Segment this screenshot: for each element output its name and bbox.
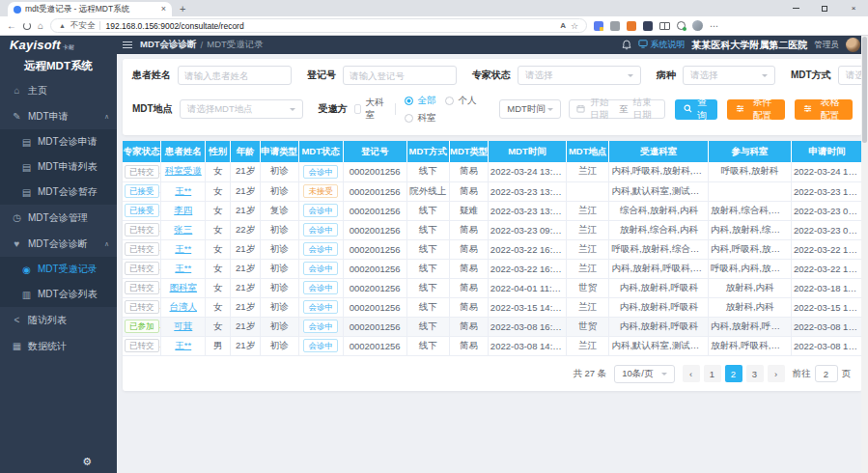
refresh-button[interactable] <box>23 22 31 30</box>
table-row[interactable]: 已转交科室受邀女21岁初诊会诊中0002001256线下简易2022-03-24… <box>123 162 862 181</box>
cell-apply-time: 2022-03-18 11:28:25 <box>791 278 862 297</box>
page-button[interactable]: 1 <box>704 365 721 382</box>
gear-icon[interactable]: ⚙ <box>82 456 92 468</box>
table-row[interactable]: 已接受王**女21岁初诊未接受0002001256院外线上简易2022-03-2… <box>123 181 862 201</box>
table-row[interactable]: 已转交台湾人女21岁初诊会诊中0002001256线下简易2022-03-15 … <box>123 297 862 317</box>
browser-home-button[interactable]: ⌂ <box>38 21 43 31</box>
sidebar-item-home[interactable]: ⌂ 主页 <box>0 77 117 103</box>
table-row[interactable]: 已转交王**女21岁初诊会诊中0002001256线下简易2022-03-22 … <box>123 259 862 278</box>
patient-name-input[interactable] <box>178 66 292 85</box>
record-icon: ◉ <box>21 264 32 275</box>
big-dept-checkbox-label[interactable]: 大科室 <box>365 97 384 122</box>
patient-link[interactable]: 图科室 <box>170 282 198 292</box>
mdt-place-select[interactable]: 请选择MDT地点 <box>180 99 303 119</box>
radio-option[interactable]: 全部 <box>405 95 435 107</box>
sidebar-item-statistics[interactable]: ▦ 数据统计 <box>0 333 117 359</box>
browser-more-menu-icon[interactable]: ⋯ <box>710 21 718 31</box>
window-close-button[interactable]: × <box>839 0 868 16</box>
tab-close-icon[interactable]: × <box>161 5 166 14</box>
system-help-link[interactable]: 系统说明 <box>638 39 686 51</box>
date-end-placeholder: 结束日期 <box>633 97 658 122</box>
sidebar-item-label: MDT会诊申请 <box>38 135 98 149</box>
clock-icon: ◷ <box>12 212 22 223</box>
patient-link[interactable]: 王** <box>175 243 191 254</box>
patient-link[interactable]: 张三 <box>174 224 192 235</box>
chevron-down-icon <box>547 108 553 114</box>
new-tab-button[interactable]: + <box>180 3 185 14</box>
cell-apply-type: 初诊 <box>260 297 298 317</box>
patient-link[interactable]: 李四 <box>174 205 192 215</box>
patient-link[interactable]: 科室受邀 <box>165 165 202 176</box>
table-row[interactable]: 已参加可萁女21岁初诊会诊中0002001256线下简易2022-03-08 1… <box>123 317 862 336</box>
goto-label: 前往 <box>793 368 811 380</box>
table-row[interactable]: 已转交张三女22岁初诊会诊中0002001256线下简易2022-03-23 0… <box>123 220 862 239</box>
page-button[interactable]: 2 <box>725 365 742 382</box>
sidebar-item-mdt-consult-list[interactable]: ▥ MDT会诊列表 <box>0 282 117 307</box>
sidebar-item-mdt-diagnose[interactable]: ♥ MDT会诊诊断 ∧ <box>0 231 117 257</box>
table-row[interactable]: 已转交王**女21岁初诊会诊中0002001256线下简易2022-03-22 … <box>123 239 862 259</box>
browser-profile-icon[interactable] <box>692 20 703 31</box>
read-aloud-icon[interactable]: A <box>560 21 566 30</box>
mdt-mode-label: MDT方式 <box>791 69 831 82</box>
user-avatar[interactable] <box>846 38 860 52</box>
date-range-picker[interactable]: 开始日期 至 结束日期 <box>569 99 665 119</box>
browser-tab[interactable]: mdt受邀记录 - 远程MDT系统 × <box>8 2 172 16</box>
sidebar-item-mdt-consult-draft[interactable]: ▤ MDT会诊暂存 <box>0 180 117 205</box>
browser-sync-icon[interactable] <box>677 21 686 30</box>
patient-link[interactable]: 王** <box>175 340 191 350</box>
page-size-select[interactable]: 10条/页 <box>614 365 674 383</box>
page-scrollbar[interactable] <box>861 36 868 473</box>
split-screen-icon[interactable] <box>659 22 670 30</box>
extension-icon[interactable] <box>594 21 603 31</box>
chevron-down-icon <box>661 373 667 378</box>
table-row[interactable]: 已转交图科室女21岁初诊会诊中0002001256线下简易2022-04-01 … <box>123 278 862 297</box>
cell-expert-status: 已转交 <box>123 278 161 297</box>
sidebar-item-mdt-manage[interactable]: ◷ MDT会诊管理 <box>0 205 117 231</box>
patient-link[interactable]: 台湾人 <box>170 301 198 312</box>
back-button[interactable]: ← <box>7 21 16 31</box>
search-button[interactable]: 查询 <box>675 99 717 120</box>
sidebar-collapse-icon[interactable] <box>123 40 132 51</box>
patient-link[interactable]: 王** <box>175 263 191 273</box>
divider <box>395 103 396 115</box>
condition-config-label: 条件配置 <box>748 96 776 123</box>
radio-option[interactable]: 科室 <box>405 112 435 125</box>
extension-icon[interactable] <box>643 21 653 31</box>
expert-status-select[interactable]: 请选择 <box>518 66 641 85</box>
extension-icon[interactable] <box>610 21 620 31</box>
cell-mdt-time: 2022-03-22 16:50:00 <box>488 259 566 278</box>
table-row[interactable]: 已接受李四女21岁复诊会诊中0002001256线下疑难2022-03-23 1… <box>123 201 862 220</box>
condition-config-button[interactable]: 条件配置 <box>727 99 785 120</box>
time-type-select[interactable]: MDT时间 <box>499 99 561 119</box>
url-field[interactable]: ▲ 不安全 192.168.0.156:9002/consultate/reco… <box>50 18 587 33</box>
status-badge: 会诊中 <box>303 300 338 314</box>
prev-page-button[interactable]: ‹ <box>683 365 700 382</box>
bell-icon[interactable] <box>622 37 631 54</box>
next-page-button[interactable]: › <box>768 365 785 382</box>
sidebar-item-mdt-apply-list[interactable]: ▤ MDT申请列表 <box>0 154 117 180</box>
goto-suffix: 页 <box>842 368 852 380</box>
window-maximize-button[interactable] <box>810 0 839 16</box>
cell-mdt-mode: 线下 <box>406 259 449 278</box>
status-badge: 已转交 <box>125 300 159 314</box>
goto-page-input[interactable] <box>815 365 838 382</box>
patient-link[interactable]: 王** <box>175 185 191 196</box>
disease-select[interactable]: 请选择 <box>683 66 775 85</box>
extension-icon[interactable] <box>627 21 636 31</box>
scrollbar-thumb[interactable] <box>862 37 867 143</box>
patient-link[interactable]: 可萁 <box>174 320 192 331</box>
table-row[interactable]: 已转交王**男21岁初诊会诊中0002001256线下简易2022-03-08 … <box>123 336 862 355</box>
table-config-button[interactable]: 表格配置 <box>795 99 853 120</box>
column-header: 年龄 <box>231 141 261 162</box>
cell-mdt-type: 疑难 <box>450 201 489 220</box>
sidebar-item-followup-list[interactable]: < 随访列表 <box>0 307 117 333</box>
reg-no-input[interactable] <box>343 66 457 85</box>
sidebar-item-mdt-consult-apply[interactable]: ▤ MDT会诊申请 <box>0 129 117 154</box>
big-dept-checkbox[interactable] <box>354 104 362 114</box>
radio-option[interactable]: 个人 <box>445 95 476 107</box>
favorite-star-icon[interactable]: ☆ <box>571 21 578 31</box>
window-minimize-button[interactable] <box>781 0 810 16</box>
sidebar-item-mdt-apply[interactable]: ✎ MDT申请 ∧ <box>0 103 117 129</box>
page-button[interactable]: 3 <box>746 365 764 382</box>
sidebar-item-mdt-invite-record[interactable]: ◉ MDT受邀记录 <box>0 257 117 282</box>
